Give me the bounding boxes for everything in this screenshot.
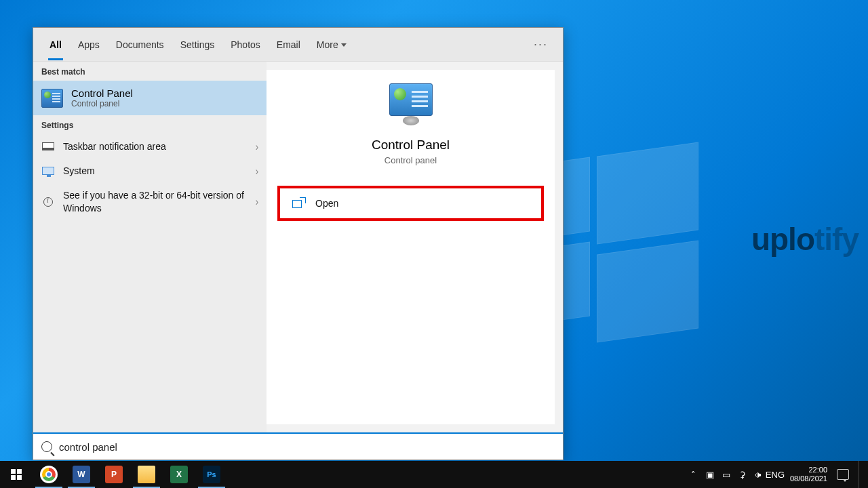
tray-date: 08/08/2021 xyxy=(790,474,827,483)
excel-icon: X xyxy=(170,466,188,483)
search-bar[interactable] xyxy=(33,432,563,460)
search-panel: All Apps Documents Settings Photos Email… xyxy=(33,27,564,460)
setting-taskbar-notification[interactable]: Taskbar notification area › xyxy=(33,134,267,159)
taskbar-icon xyxy=(42,142,54,150)
taskbar-app-excel[interactable]: X xyxy=(163,461,195,488)
word-icon: W xyxy=(73,466,90,483)
tray-language[interactable]: ENG xyxy=(770,469,781,480)
tray-time: 22:00 xyxy=(808,466,827,474)
info-icon xyxy=(43,197,53,207)
chrome-icon xyxy=(40,466,58,483)
caret-down-icon xyxy=(341,43,347,47)
tab-all[interactable]: All xyxy=(41,30,70,60)
open-label: Open xyxy=(315,198,338,209)
tab-settings[interactable]: Settings xyxy=(172,30,223,60)
chevron-right-icon: › xyxy=(256,195,258,209)
taskbar: W P X Ps ˄ ▣ ▭ ⚳ 🕩 ENG 22:00 08/08/2021 xyxy=(0,461,868,488)
chevron-right-icon: › xyxy=(256,165,258,178)
monitor-stand-icon xyxy=(403,116,419,125)
tray-chevron-up-icon[interactable]: ˄ xyxy=(688,469,699,480)
monitor-icon xyxy=(42,167,54,175)
tray-wifi-icon[interactable]: ⚳ xyxy=(737,469,748,480)
taskbar-app-word[interactable]: W xyxy=(65,461,98,488)
photoshop-icon: Ps xyxy=(203,466,220,483)
windows-icon xyxy=(11,469,22,480)
search-icon xyxy=(41,441,52,452)
folder-icon xyxy=(138,466,155,483)
control-panel-icon xyxy=(41,89,63,108)
search-tabs: All Apps Documents Settings Photos Email… xyxy=(33,28,563,62)
best-match-item[interactable]: Control Panel Control panel xyxy=(33,81,267,115)
results-column: Best match Control Panel Control panel S… xyxy=(33,62,267,432)
best-match-subtitle: Control panel xyxy=(71,99,133,108)
chevron-right-icon: › xyxy=(256,140,258,153)
more-options-button[interactable]: ··· xyxy=(527,37,555,52)
tab-more[interactable]: More xyxy=(309,30,355,60)
start-button[interactable] xyxy=(0,461,33,488)
tray-volume-icon[interactable]: 🕩 xyxy=(753,469,764,480)
search-input[interactable] xyxy=(59,441,555,453)
tab-email[interactable]: Email xyxy=(269,30,309,60)
preview-title: Control Panel xyxy=(372,138,450,152)
taskbar-app-powerpoint[interactable]: P xyxy=(98,461,130,488)
setting-32-64-bit[interactable]: See if you have a 32-bit or 64-bit versi… xyxy=(33,183,267,220)
tray-clock[interactable]: 22:00 08/08/2021 xyxy=(786,466,831,483)
settings-header: Settings xyxy=(33,115,267,134)
setting-system[interactable]: System › xyxy=(33,159,267,183)
open-icon xyxy=(292,199,304,208)
taskbar-app-photoshop[interactable]: Ps xyxy=(195,461,228,488)
tray-battery-icon[interactable]: ▭ xyxy=(721,469,732,480)
best-match-title: Control Panel xyxy=(71,87,133,99)
powerpoint-icon: P xyxy=(105,466,123,483)
control-panel-icon-large xyxy=(389,83,433,116)
preview-column: Control Panel Control panel Open xyxy=(267,70,555,424)
open-action[interactable]: Open xyxy=(277,186,544,221)
tab-photos[interactable]: Photos xyxy=(222,30,269,60)
best-match-header: Best match xyxy=(33,62,267,81)
tab-documents[interactable]: Documents xyxy=(108,30,172,60)
taskbar-app-explorer[interactable] xyxy=(130,461,163,488)
show-desktop-button[interactable] xyxy=(859,461,863,488)
taskbar-app-chrome[interactable] xyxy=(33,461,65,488)
tab-apps[interactable]: Apps xyxy=(70,30,108,60)
preview-subtitle: Control panel xyxy=(384,155,437,165)
tray-meet-now-icon[interactable]: ▣ xyxy=(705,469,715,480)
watermark: uplotify xyxy=(751,221,859,258)
tray-notifications-icon[interactable] xyxy=(837,469,849,480)
system-tray: ˄ ▣ ▭ ⚳ 🕩 ENG 22:00 08/08/2021 xyxy=(683,461,868,488)
